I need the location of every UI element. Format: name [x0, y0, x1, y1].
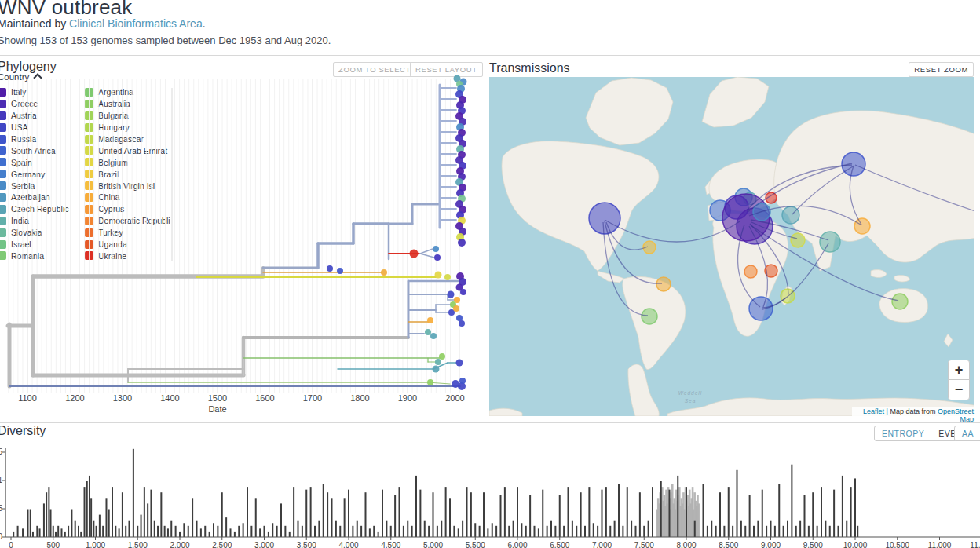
x-tick-label: 11,500: [970, 541, 980, 548]
entropy-bar: [766, 526, 767, 537]
entropy-bar: [660, 481, 662, 537]
tree-axis-tick-label: 1300: [113, 393, 132, 403]
tree-axis-tick-label: 1600: [255, 393, 274, 403]
aa-toggle[interactable]: AA: [955, 426, 980, 440]
tree-tip[interactable]: [456, 360, 463, 367]
map-deme-circle-argentina[interactable]: [642, 309, 657, 324]
entropy-bar: [133, 449, 134, 537]
entropy-bar: [17, 526, 19, 537]
entropy-bar: [221, 492, 223, 537]
entropy-bar: [563, 526, 565, 537]
tree-axis-tick-label: 1200: [65, 393, 84, 403]
tree-tip[interactable]: [459, 320, 465, 327]
tree-tip[interactable]: [425, 329, 431, 335]
entropy-bar: [179, 532, 181, 537]
tree-tip[interactable]: [459, 378, 466, 384]
tree-tip[interactable]: [433, 246, 439, 252]
map-deme-circle-brazil[interactable]: [656, 277, 671, 291]
entropy-bar: [335, 521, 337, 537]
entropy-bar: [373, 526, 375, 537]
entropy-bar: [622, 526, 623, 537]
entropy-bar: [289, 532, 291, 537]
entropy-bar: [677, 476, 678, 537]
reset-zoom-button[interactable]: RESET ZOOM: [909, 62, 974, 77]
map-deme-circle-india[interactable]: [820, 232, 840, 252]
tree-tip[interactable]: [435, 272, 442, 279]
maintainer-link[interactable]: Clinical Bioinformatics Area: [69, 17, 203, 30]
tree-tip[interactable]: [434, 254, 441, 261]
tree-tip[interactable]: [433, 366, 440, 373]
maintained-prefix: Maintained by: [0, 17, 69, 30]
entropy-bar: [50, 510, 52, 538]
tree-tip[interactable]: [430, 333, 437, 339]
map-deme-circle-russia[interactable]: [842, 152, 865, 176]
entropy-bar: [576, 526, 577, 537]
entropy-bar: [799, 521, 801, 537]
entropy-bar: [580, 492, 582, 537]
entropy-bar: [68, 526, 69, 537]
entropy-bar: [403, 526, 404, 537]
entropy-bar: [144, 487, 145, 537]
y-tick-label: 0.15: [0, 448, 2, 456]
entropy-bar: [648, 521, 649, 537]
entropy-bar: [234, 532, 236, 537]
tree-tip[interactable]: [427, 379, 433, 385]
entropy-bar: [164, 526, 166, 537]
tree-tip[interactable]: [460, 289, 466, 295]
tree-tip[interactable]: [327, 265, 333, 272]
x-tick-label: 5,500: [466, 541, 485, 548]
entropy-bar: [48, 487, 49, 537]
entropy-bar: [357, 521, 358, 537]
tree-tip[interactable]: [452, 380, 459, 388]
map-deme-circle-united-arab-emirates[interactable]: [791, 233, 805, 247]
openstreetmap-link[interactable]: OpenStreet Map: [938, 407, 974, 423]
x-tick-label: 7,000: [592, 541, 612, 548]
entropy-bar: [753, 526, 755, 537]
entropy-bar: [302, 526, 303, 537]
tree-axis-tick-label: 2000: [445, 393, 464, 403]
map-deme-circle-democratic-republic[interactable]: [744, 265, 757, 278]
entropy-bar: [160, 492, 162, 537]
entropy-bar: [352, 526, 353, 537]
tree-axis-tick-label: 1700: [303, 393, 322, 403]
entropy-bar: [602, 490, 603, 537]
entropy-bar: [643, 526, 645, 537]
entropy-bar: [331, 498, 333, 537]
tree-tip[interactable]: [410, 250, 419, 258]
y-tick-label: 0: [0, 532, 2, 541]
tree-tip[interactable]: [439, 353, 445, 360]
entropy-bar: [27, 510, 29, 538]
entropy-bar: [22, 528, 24, 537]
entropy-bar: [188, 526, 189, 537]
tree-tip[interactable]: [453, 305, 459, 312]
tree-tip[interactable]: [337, 268, 343, 274]
map-deme-circle-china[interactable]: [854, 218, 870, 234]
tree-tip[interactable]: [456, 315, 463, 321]
tree-tip[interactable]: [444, 274, 451, 280]
leaflet-link[interactable]: Leaflet: [863, 407, 884, 415]
entropy-bar: [102, 526, 104, 537]
tree-tip[interactable]: [435, 359, 441, 365]
tree-tip[interactable]: [427, 317, 433, 323]
sea-label: Weddell: [678, 390, 702, 396]
entropy-bar: [80, 532, 82, 537]
tree-tip[interactable]: [381, 269, 387, 276]
x-tick-label: 4,000: [338, 541, 358, 548]
tree-tip[interactable]: [458, 239, 466, 247]
entropy-bar: [196, 521, 198, 537]
entropy-bar: [791, 465, 792, 537]
entropy-bar: [394, 495, 396, 537]
map-zoom-in-button[interactable]: +: [948, 360, 970, 381]
entropy-bar: [86, 481, 88, 537]
entropy-bar: [255, 498, 257, 537]
entropy-bar: [192, 498, 193, 537]
tree-tip[interactable]: [448, 291, 455, 298]
map-deme-circle-usa[interactable]: [589, 203, 620, 234]
entropy-bar: [327, 492, 328, 537]
entropy-bar: [850, 487, 852, 537]
entropy-bar: [534, 526, 536, 537]
map-zoom-out-button[interactable]: −: [948, 379, 970, 400]
entropy-toggle[interactable]: ENTROPY: [875, 426, 931, 440]
map-deme-circle-australia[interactable]: [892, 294, 908, 309]
tree-axis-tick-label: 1900: [398, 393, 417, 403]
